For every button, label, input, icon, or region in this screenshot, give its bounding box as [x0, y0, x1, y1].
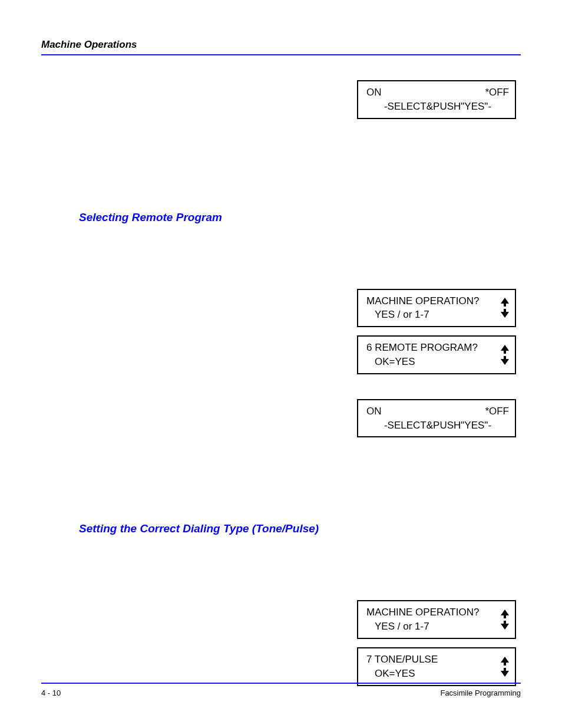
svg-marker-6: [501, 657, 509, 666]
svg-marker-3: [501, 356, 509, 365]
section-heading-tone-pulse: Setting the Correct Dialing Type (Tone/P…: [79, 522, 521, 535]
page-number: 4 - 10: [41, 689, 61, 697]
lcd-line2: OK=YES: [366, 355, 494, 369]
lcd-line2: YES / or 1-7: [366, 308, 494, 322]
lcd-display-machine-operation-2: MACHINE OPERATION? YES / or 1-7: [357, 600, 516, 639]
up-down-arrows-icon: [501, 657, 509, 677]
section-heading-remote-program: Selecting Remote Program: [79, 211, 521, 224]
option-on: ON: [366, 404, 382, 419]
lcd-line1: 6 REMOTE PROGRAM?: [366, 341, 494, 355]
svg-marker-4: [501, 610, 509, 618]
page-footer: 4 - 10 Facsimile Programming: [41, 683, 521, 697]
lcd-line1: MACHINE OPERATION?: [366, 294, 494, 308]
lcd-display-tone-pulse: 7 TONE/PULSE OK=YES: [357, 647, 516, 686]
select-push-prompt: -SELECT&PUSH"YES"-: [366, 419, 509, 433]
lcd-display-machine-operation: MACHINE OPERATION? YES / or 1-7: [357, 289, 516, 328]
lcd-line2: OK=YES: [366, 667, 494, 681]
option-off: *OFF: [485, 85, 509, 100]
svg-marker-0: [501, 298, 509, 307]
option-on: ON: [366, 85, 382, 100]
select-push-prompt: -SELECT&PUSH"YES"-: [366, 100, 509, 114]
lcd-display-remote-program: 6 REMOTE PROGRAM? OK=YES: [357, 335, 516, 374]
lcd-display-select-off-2: ON *OFF -SELECT&PUSH"YES"-: [357, 399, 516, 438]
svg-marker-2: [501, 345, 509, 354]
lcd-display-select-off: ON *OFF -SELECT&PUSH"YES"-: [357, 80, 516, 119]
up-down-arrows-icon: [501, 345, 509, 365]
page-header: Machine Operations: [41, 39, 521, 55]
option-off: *OFF: [485, 404, 509, 419]
svg-marker-5: [501, 621, 509, 630]
svg-marker-7: [501, 668, 509, 677]
header-title: Machine Operations: [41, 39, 137, 50]
footer-section: Facsimile Programming: [440, 689, 521, 697]
svg-marker-1: [501, 309, 509, 318]
lcd-line2: YES / or 1-7: [366, 620, 494, 634]
lcd-line1: 7 TONE/PULSE: [366, 653, 494, 667]
up-down-arrows-icon: [501, 610, 509, 630]
up-down-arrows-icon: [501, 298, 509, 318]
lcd-line1: MACHINE OPERATION?: [366, 605, 494, 620]
